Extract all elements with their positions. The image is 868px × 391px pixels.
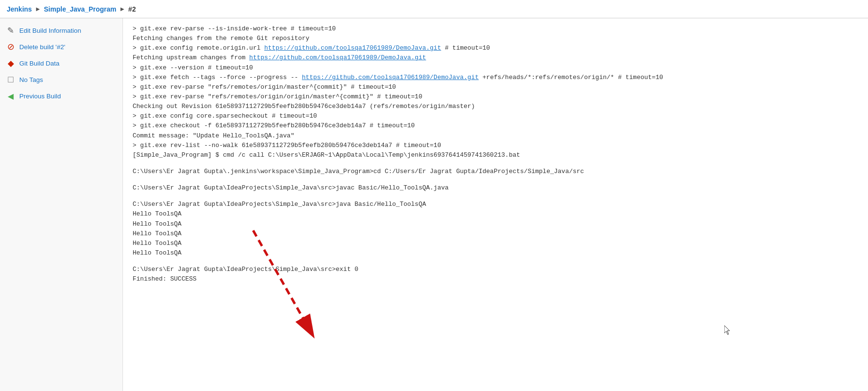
sidebar: ✎ Edit Build Information ⊘ Delete build …: [0, 18, 123, 391]
console-line: Checking out Revision 61e58937112729b5fe…: [133, 102, 858, 111]
sidebar-item-git-build-data[interactable]: ◆ Git Build Data: [0, 55, 122, 71]
console-line: Fetching upstream changes from https://g…: [133, 53, 858, 63]
console-line: Hello ToolsQA: [133, 248, 858, 258]
console-line: [Simple_Java_Program] $ cmd /c call C:\U…: [133, 150, 858, 160]
sidebar-item-delete-build[interactable]: ⊘ Delete build '#2': [0, 39, 122, 55]
tag-icon: ☐: [6, 75, 15, 84]
console-line: C:\Users\Er Jagrat Gupta\IdeaProjects\Si…: [133, 265, 858, 274]
breadcrumb-project[interactable]: Simple_Java_Program: [44, 5, 116, 13]
sidebar-label-no-tags: No Tags: [19, 76, 43, 83]
console-line: > git.exe fetch --tags --force --progres…: [133, 73, 858, 82]
breadcrumb-sep1: ►: [35, 5, 41, 13]
no-entry-icon: ⊘: [6, 42, 15, 52]
console-line: Fetching changes from the remote Git rep…: [133, 34, 858, 43]
breadcrumb-build: #2: [128, 5, 136, 13]
console-line: [133, 160, 858, 167]
sidebar-item-previous-build[interactable]: ◀ Previous Build: [0, 88, 122, 104]
console-line: > git.exe config remote.origin.url https…: [133, 43, 858, 53]
console-output[interactable]: > git.exe rev-parse --is-inside-work-tre…: [123, 18, 868, 391]
console-line: > git.exe rev-parse "refs/remotes/origin…: [133, 92, 858, 102]
console-link[interactable]: https://github.com/toolsqa17061989/DemoJ…: [249, 54, 426, 61]
console-line: Hello ToolsQA: [133, 239, 858, 248]
pencil-icon: ✎: [6, 26, 15, 35]
console-line: C:\Users\Er Jagrat Gupta\.jenkins\worksp…: [133, 167, 858, 176]
sidebar-label-delete-build: Delete build '#2': [19, 43, 65, 51]
console-line: Hello ToolsQA: [133, 219, 858, 229]
console-line: C:\Users\Er Jagrat Gupta\IdeaProjects\Si…: [133, 200, 858, 209]
breadcrumb-sep2: ►: [119, 5, 125, 13]
console-line: [133, 258, 858, 265]
console-line: > git.exe checkout -f 61e58937112729b5fe…: [133, 121, 858, 131]
sidebar-label-git-build-data: Git Build Data: [19, 60, 59, 67]
console-link[interactable]: https://github.com/toolsqa17061989/DemoJ…: [264, 44, 441, 52]
console-line: Commit message: "Update Hello_ToolsQA.ja…: [133, 131, 858, 141]
sidebar-label-previous-build: Previous Build: [19, 93, 61, 100]
main-layout: ✎ Edit Build Information ⊘ Delete build …: [0, 18, 868, 391]
console-line: Hello ToolsQA: [133, 209, 858, 219]
console-link[interactable]: https://github.com/toolsqa17061989/DemoJ…: [302, 74, 479, 81]
console-line: > git.exe rev-list --no-walk 61e58937112…: [133, 141, 858, 150]
sidebar-item-edit-build-info[interactable]: ✎ Edit Build Information: [0, 22, 122, 39]
console-line: C:\Users\Er Jagrat Gupta\IdeaProjects\Si…: [133, 183, 858, 193]
console-line: > git.exe rev-parse --is-inside-work-tre…: [133, 24, 858, 34]
sidebar-label-edit-build-info: Edit Build Information: [19, 27, 81, 34]
console-line: [133, 176, 858, 183]
console-line: > git.exe rev-parse "refs/remotes/origin…: [133, 82, 858, 92]
sidebar-item-no-tags[interactable]: ☐ No Tags: [0, 71, 122, 88]
git-icon: ◆: [6, 58, 15, 68]
console-line: > git.exe --version # timeout=10: [133, 63, 858, 73]
breadcrumb: Jenkins ► Simple_Java_Program ► #2: [0, 0, 868, 18]
breadcrumb-jenkins[interactable]: Jenkins: [7, 5, 32, 13]
prev-build-icon: ◀: [6, 91, 15, 101]
console-line: [133, 193, 858, 200]
console-line: > git.exe config core.sparsecheckout # t…: [133, 111, 858, 121]
console-line: Finished: SUCCESS: [133, 274, 858, 284]
console-line: Hello ToolsQA: [133, 229, 858, 239]
